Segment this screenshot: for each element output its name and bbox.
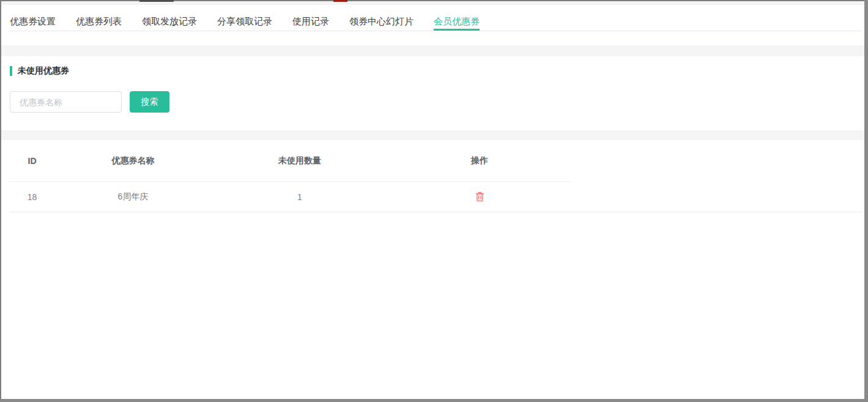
tab-coupon-settings[interactable]: 优惠券设置 (10, 16, 56, 31)
column-header-unused: 未使用数量 (211, 155, 388, 166)
tab-coupon-list[interactable]: 优惠券列表 (76, 16, 122, 31)
search-button[interactable]: 搜索 (130, 91, 169, 113)
column-header-id: ID (9, 156, 55, 166)
window-border (0, 0, 868, 1)
tab-list: 优惠券设置 优惠券列表 领取发放记录 分享领取记录 使用记录 领券中心幻灯片 会… (1, 5, 864, 31)
section-title: 未使用优惠券 (10, 65, 69, 76)
cutoff-content-remnant (139, 0, 174, 2)
tabs-divider (9, 31, 862, 31)
tab-claim-issue-records[interactable]: 领取发放记录 (142, 16, 197, 31)
column-header-action: 操作 (388, 155, 571, 166)
section-title-text: 未使用优惠券 (18, 65, 69, 76)
window-border (0, 399, 868, 402)
section-gap (1, 45, 864, 56)
cell-name: 6周年庆 (55, 192, 211, 203)
section-gap (1, 130, 864, 140)
window-border (864, 0, 868, 402)
cell-id: 18 (9, 192, 55, 202)
delete-button[interactable] (474, 190, 486, 203)
window-border (0, 0, 1, 402)
row-divider (9, 212, 864, 212)
table-row: 18 6周年庆 1 (9, 182, 571, 212)
table-header-row: ID 优惠券名称 未使用数量 操作 (9, 140, 571, 182)
cell-unused: 1 (211, 192, 388, 202)
tabs-bar: 优惠券设置 优惠券列表 领取发放记录 分享领取记录 使用记录 领券中心幻灯片 会… (1, 5, 864, 45)
tab-member-coupons[interactable]: 会员优惠券 (434, 16, 480, 31)
tab-coupon-center-slides[interactable]: 领券中心幻灯片 (349, 16, 414, 31)
trash-icon (475, 192, 484, 202)
tab-usage-records[interactable]: 使用记录 (292, 16, 329, 31)
coupon-name-input[interactable] (10, 91, 122, 113)
tab-share-claim-records[interactable]: 分享领取记录 (217, 16, 272, 31)
cell-action (388, 190, 571, 204)
title-accent-bar (10, 66, 12, 76)
unused-coupons-table: ID 优惠券名称 未使用数量 操作 18 6周年庆 1 (9, 140, 571, 212)
column-header-name: 优惠券名称 (55, 155, 211, 166)
member-coupon-page: 优惠券设置 优惠券列表 领取发放记录 分享领取记录 使用记录 领券中心幻灯片 会… (0, 0, 868, 402)
cutoff-red-remnant (333, 0, 347, 2)
